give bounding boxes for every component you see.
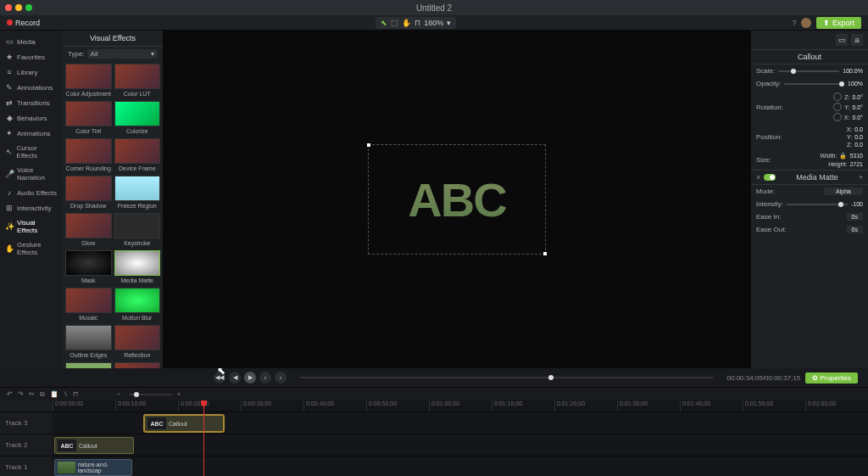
preview-canvas[interactable]: ABC: [163, 31, 751, 368]
intensity-value[interactable]: -100: [851, 201, 863, 207]
play-button[interactable]: ▶: [244, 372, 256, 384]
sidebar-item-audio-effects[interactable]: ♪Audio Effects: [0, 185, 63, 200]
timeline-track[interactable]: ABCCallout: [53, 412, 868, 434]
sidebar-item-annotations[interactable]: ✎Annotations: [0, 80, 63, 95]
crop-icon[interactable]: ⬚: [391, 19, 398, 27]
sidebar-item-transitions[interactable]: ⇄Transitions: [0, 95, 63, 110]
timeline-clip[interactable]: ABCCallout: [144, 415, 224, 432]
effect-drop-shadow[interactable]: Drop Shadow: [65, 176, 112, 210]
sidebar-item-animations[interactable]: ✦Animations: [0, 126, 63, 141]
axis-value[interactable]: 0.0: [854, 126, 863, 132]
playback-scrubber[interactable]: [300, 377, 714, 378]
scale-slider[interactable]: [778, 70, 839, 72]
magnet-icon[interactable]: ⊓: [415, 19, 420, 27]
effect-corner-rounding[interactable]: Corner Rounding: [65, 138, 112, 173]
user-avatar[interactable]: [801, 18, 811, 28]
chevron-down-icon[interactable]: ▾: [447, 19, 451, 27]
sidebar-item-gesture-effects[interactable]: ✋Gesture Effects: [0, 238, 63, 260]
minimize-window[interactable]: [15, 4, 22, 11]
selected-object[interactable]: ABC: [368, 144, 546, 255]
sidebar-item-cursor-effects[interactable]: ↖Cursor Effects: [0, 141, 63, 163]
prev-frame-button[interactable]: ◀◀: [214, 372, 225, 384]
axis-value[interactable]: 0.0: [854, 142, 863, 148]
rotation-dial[interactable]: [833, 92, 842, 101]
dim-value[interactable]: 2721: [849, 161, 863, 167]
help-icon[interactable]: ?: [792, 19, 796, 27]
effect-glow[interactable]: Glow: [65, 213, 112, 248]
type-select[interactable]: All ▾: [87, 49, 158, 59]
effect-mosaic[interactable]: Mosaic: [65, 288, 112, 322]
zoom-out-button[interactable]: −: [117, 390, 121, 398]
pointer-icon[interactable]: ⬉: [381, 19, 387, 27]
next-frame-button[interactable]: ›: [275, 372, 287, 384]
timeline-track[interactable]: ABCCallout: [53, 434, 868, 456]
timeline-tracks-area[interactable]: 0:00:00;000:00:10;000:00:20;000:00:30;00…: [53, 400, 868, 476]
timeline-clip[interactable]: nature-and-landscap: [54, 459, 132, 476]
effect-freeze-region[interactable]: Freeze Region: [114, 176, 161, 210]
effect-motion-blur[interactable]: Motion Blur: [114, 288, 161, 322]
step-forward-button[interactable]: ‹: [259, 372, 271, 384]
sidebar-item-favorites[interactable]: ★Favorites: [0, 49, 63, 64]
mode-select[interactable]: Alpha: [824, 188, 863, 195]
rotation-dial[interactable]: [833, 113, 842, 121]
sidebar-item-visual-effects[interactable]: ✨Visual Effects: [0, 216, 63, 238]
effect-keystroke[interactable]: Keystroke: [114, 213, 161, 248]
zoom-in-button[interactable]: +: [177, 390, 181, 398]
sidebar-item-behaviors[interactable]: ◆Behaviors: [0, 110, 63, 126]
redo-button[interactable]: ↷: [18, 390, 24, 398]
time-ruler[interactable]: 0:00:00;000:00:10;000:00:20;000:00:30;00…: [53, 400, 868, 412]
canvas-tools[interactable]: ⬉ ⬚ ✋ ⊓ 160% ▾: [376, 17, 456, 29]
effect-outline-edges[interactable]: Outline Edges: [65, 325, 112, 360]
timeline-track[interactable]: nature-and-landscap: [53, 456, 868, 476]
split-button[interactable]: ⑊: [64, 390, 68, 398]
close-icon[interactable]: ×: [756, 173, 760, 182]
easeout-value[interactable]: 0s: [847, 226, 863, 233]
scale-value[interactable]: 100.0%: [843, 68, 863, 74]
dim-value[interactable]: 5310: [849, 153, 863, 160]
undo-button[interactable]: ↶: [7, 390, 13, 398]
hand-icon[interactable]: ✋: [402, 19, 411, 27]
effect-sepia[interactable]: Sepia: [114, 362, 161, 368]
maximize-window[interactable]: [25, 4, 32, 11]
sidebar-item-interactivity[interactable]: ⊞Interactivity: [0, 200, 63, 216]
step-back-button[interactable]: ◀: [229, 372, 241, 384]
callout-text[interactable]: ABC: [408, 172, 505, 227]
sidebar-item-voice-narration[interactable]: 🎤Voice Narration: [0, 163, 63, 185]
effect-mask[interactable]: Mask: [65, 250, 112, 285]
effect-color-adjustment[interactable]: Color Adjustment: [65, 64, 112, 98]
copy-button[interactable]: ⧉: [40, 390, 45, 399]
effect-colorize[interactable]: Colorize: [114, 101, 161, 136]
axis-value[interactable]: 0.0°: [852, 115, 863, 120]
track-header[interactable]: Track 2: [0, 434, 53, 456]
magnet-button[interactable]: ⊓: [73, 390, 78, 398]
add-icon[interactable]: +: [859, 173, 863, 182]
effect-remove-a-color[interactable]: Remove a Color: [65, 362, 112, 368]
paste-button[interactable]: 📋: [50, 390, 58, 398]
easein-value[interactable]: 0s: [847, 213, 863, 221]
opacity-slider[interactable]: [784, 83, 844, 85]
track-header[interactable]: Track 1: [0, 456, 53, 476]
record-button[interactable]: Record: [7, 19, 40, 27]
intensity-slider[interactable]: [787, 204, 848, 205]
export-button[interactable]: ⬆ Export: [816, 17, 861, 29]
lock-icon[interactable]: 🔒: [839, 153, 847, 160]
playhead[interactable]: [203, 400, 204, 476]
axis-value[interactable]: 0.0°: [852, 104, 863, 110]
close-window[interactable]: [5, 4, 12, 11]
effect-device-frame[interactable]: Device Frame: [114, 138, 161, 173]
sidebar-item-media[interactable]: ▭Media: [0, 34, 63, 49]
effect-color-tint[interactable]: Color Tint: [65, 101, 112, 136]
zoom-slider[interactable]: [130, 394, 172, 395]
effect-color-lut[interactable]: Color LUT: [114, 64, 161, 98]
sidebar-item-library[interactable]: ≡Library: [0, 64, 63, 80]
track-header[interactable]: Track 3: [0, 412, 53, 434]
rotation-dial[interactable]: [833, 103, 842, 111]
properties-button[interactable]: ✿ Properties: [805, 372, 858, 384]
effect-reflection[interactable]: Reflection: [114, 325, 161, 360]
axis-value[interactable]: 0.0°: [852, 94, 863, 100]
timeline-clip[interactable]: ABCCallout: [54, 437, 134, 454]
effect-media-matte[interactable]: Media Matte: [114, 250, 161, 285]
props-tab-visual[interactable]: ▭: [836, 34, 848, 46]
props-tab-text[interactable]: a: [851, 34, 863, 46]
zoom-value[interactable]: 160%: [424, 19, 443, 27]
